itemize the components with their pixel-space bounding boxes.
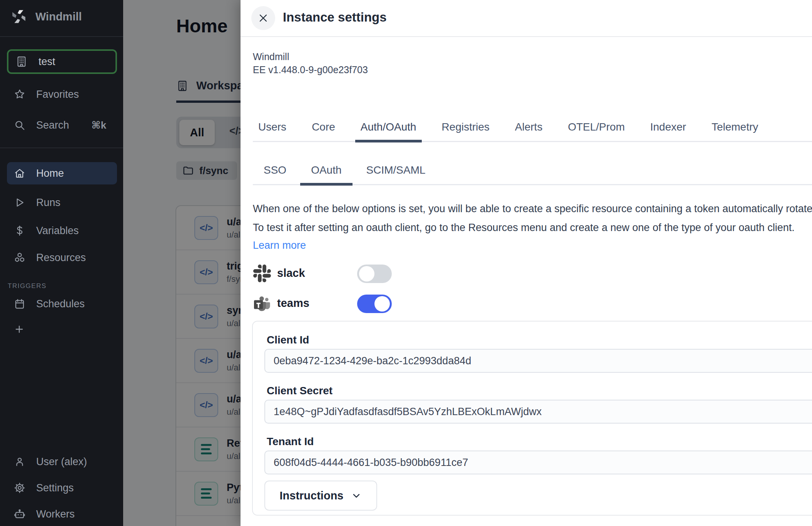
instance-settings-drawer: Instance settings Windmill EE v1.448.0-9… xyxy=(241,0,812,526)
teams-toggle[interactable] xyxy=(357,295,392,313)
instructions-button[interactable]: Instructions xyxy=(264,481,377,511)
plus-icon xyxy=(14,324,25,335)
sidebar-item-workers[interactable]: Workers xyxy=(7,503,117,525)
sidebar: Windmill test Favorites Search ⌘k xyxy=(0,0,123,526)
drawer-title: Instance settings xyxy=(283,10,387,25)
play-icon xyxy=(14,197,25,208)
tab-core[interactable]: Core xyxy=(306,116,341,141)
sidebar-item-home[interactable]: Home xyxy=(7,162,117,184)
tab-otel-prom[interactable]: OTEL/Prom xyxy=(563,116,630,141)
slack-toggle[interactable] xyxy=(357,265,392,283)
slack-icon xyxy=(253,265,271,282)
calendar-icon xyxy=(14,298,25,310)
home-label: Home xyxy=(36,168,64,179)
version-string: EE v1.448.0-9-g00e23f703 xyxy=(253,63,368,76)
tenant-id-input[interactable] xyxy=(264,451,812,474)
drawer-header-divider xyxy=(241,36,812,37)
learn-more-link[interactable]: Learn more xyxy=(253,240,306,251)
user-label: User (alex) xyxy=(36,456,87,468)
client-secret-label: Client Secret xyxy=(267,385,332,397)
resources-label: Resources xyxy=(36,252,86,264)
tab-registries[interactable]: Registries xyxy=(436,116,495,141)
sidebar-item-user[interactable]: User (alex) xyxy=(7,451,117,473)
subtab-scim-saml[interactable]: SCIM/SAML xyxy=(356,159,436,184)
toggle-knob xyxy=(374,296,390,312)
client-secret-input[interactable] xyxy=(264,400,812,424)
triggers-section-label: TRIGGERS xyxy=(8,282,47,290)
sidebar-item-settings[interactable]: Settings xyxy=(7,477,117,499)
dollar-icon xyxy=(14,225,25,236)
brand[interactable]: Windmill xyxy=(11,8,82,25)
tenant-id-label: Tenant Id xyxy=(267,436,314,448)
teams-icon xyxy=(253,295,272,313)
slack-label: slack xyxy=(277,267,305,280)
teams-label: teams xyxy=(277,297,309,310)
workspace-selector[interactable]: test xyxy=(7,49,117,74)
sidebar-divider-top xyxy=(0,36,123,37)
description-line-1: When one of the below options is set, yo… xyxy=(253,199,812,218)
close-button[interactable] xyxy=(251,6,275,30)
settings-label: Settings xyxy=(36,482,74,494)
runs-label: Runs xyxy=(36,197,60,209)
teams-oauth-form: Client Id Client Secret Tenant Id Instru… xyxy=(252,321,812,516)
client-id-label: Client Id xyxy=(267,334,309,346)
auth-subtabs: SSO OAuth SCIM/SAML xyxy=(253,159,812,185)
brand-label: Windmill xyxy=(35,10,82,23)
building-icon xyxy=(15,55,28,68)
favorites-label: Favorites xyxy=(36,89,79,101)
close-icon xyxy=(257,12,269,24)
tab-telemetry[interactable]: Telemetry xyxy=(706,116,764,141)
gear-icon xyxy=(14,482,25,494)
sidebar-item-schedules[interactable]: Schedules xyxy=(7,293,117,315)
subtab-oauth[interactable]: OAuth xyxy=(300,159,352,184)
tab-users[interactable]: Users xyxy=(253,116,292,141)
toggle-knob xyxy=(359,266,374,281)
sidebar-divider-mid xyxy=(0,147,123,148)
home-icon xyxy=(14,168,25,179)
workers-label: Workers xyxy=(36,508,75,520)
settings-tabs: Users Core Auth/OAuth Registries Alerts … xyxy=(253,116,812,142)
variables-label: Variables xyxy=(36,225,79,237)
version-info: Windmill EE v1.448.0-9-g00e23f703 xyxy=(253,50,368,76)
tab-indexer[interactable]: Indexer xyxy=(645,116,691,141)
sidebar-item-search[interactable]: Search ⌘k xyxy=(7,114,117,136)
search-label: Search xyxy=(36,119,69,131)
instructions-label: Instructions xyxy=(280,489,344,502)
tab-auth-oauth[interactable]: Auth/OAuth xyxy=(355,116,422,141)
app-window: Windmill test Favorites Search ⌘k xyxy=(0,0,812,526)
subtab-sso[interactable]: SSO xyxy=(253,159,297,184)
app-name: Windmill xyxy=(253,50,368,63)
sidebar-item-runs[interactable]: Runs xyxy=(7,191,117,214)
windmill-logo-icon xyxy=(11,8,27,25)
description-line-2: To test it after setting an oauth client… xyxy=(253,218,812,237)
boxes-icon xyxy=(14,252,25,263)
oauth-description: When one of the below options is set, yo… xyxy=(253,199,812,237)
slack-oauth-row: slack xyxy=(241,264,548,285)
chevron-down-icon xyxy=(351,490,362,501)
user-icon xyxy=(14,456,25,467)
star-icon xyxy=(14,89,25,100)
sidebar-item-resources[interactable]: Resources xyxy=(7,246,117,269)
search-shortcut: ⌘k xyxy=(92,119,107,131)
client-id-input[interactable] xyxy=(264,349,812,373)
sidebar-item-variables[interactable]: Variables xyxy=(7,219,117,242)
robot-icon xyxy=(14,508,25,520)
tab-alerts[interactable]: Alerts xyxy=(510,116,548,141)
sidebar-add-button[interactable] xyxy=(7,318,117,340)
search-icon xyxy=(14,119,25,131)
schedules-label: Schedules xyxy=(36,298,85,310)
teams-oauth-row: teams xyxy=(241,294,548,315)
workspace-label: test xyxy=(38,56,55,68)
sidebar-item-favorites[interactable]: Favorites xyxy=(7,83,117,106)
